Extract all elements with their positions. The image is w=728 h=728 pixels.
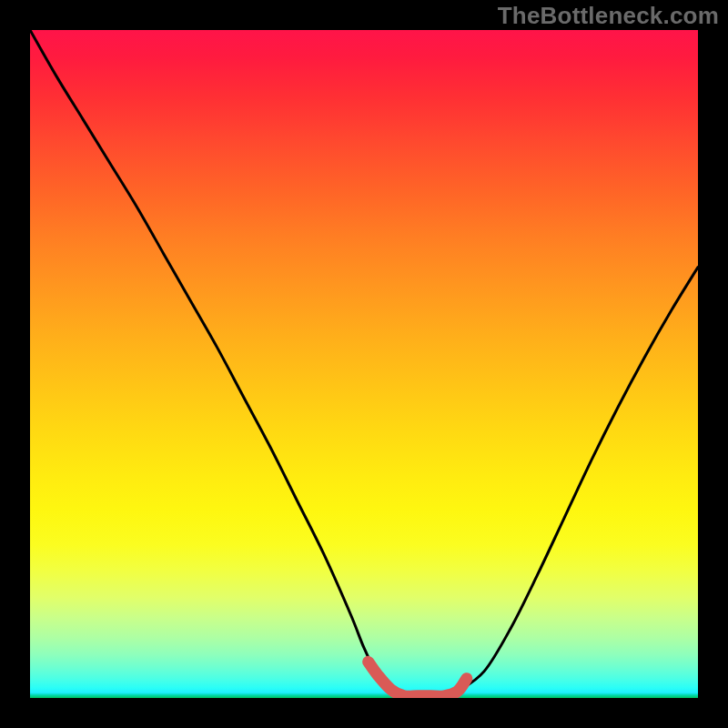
watermark-text: TheBottleneck.com: [498, 2, 719, 30]
chart-svg: [30, 30, 698, 698]
bottleneck-curve: [30, 30, 698, 698]
valley-accent: [369, 662, 467, 696]
chart-container: TheBottleneck.com: [0, 0, 728, 728]
